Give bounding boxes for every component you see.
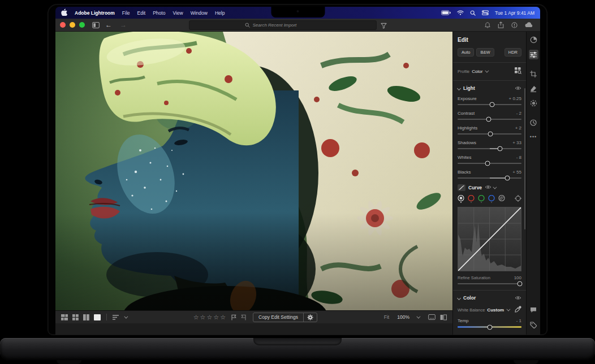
- flag-reject-icon[interactable]: [241, 314, 246, 320]
- refine-saturation-slider[interactable]: Refine Saturation100: [458, 275, 521, 284]
- apple-logo-icon: [61, 8, 67, 16]
- curve-reset-button[interactable]: [515, 195, 521, 203]
- contrast-slider[interactable]: Contrast- 2: [458, 111, 521, 120]
- light-visibility-eye-icon[interactable]: [515, 86, 521, 90]
- keywords-button[interactable]: [529, 320, 538, 330]
- more-tools-button[interactable]: •••: [529, 132, 538, 142]
- detail-view-icon[interactable]: [94, 314, 101, 320]
- notifications-bell-icon[interactable]: [485, 22, 490, 28]
- exposure-knob[interactable]: [490, 102, 495, 107]
- zoom-level-value[interactable]: 100%: [397, 314, 409, 320]
- edit-tool-button[interactable]: [529, 50, 538, 59]
- filmstrip-toggle-icon[interactable]: [428, 314, 436, 320]
- menubar-app-name[interactable]: Adobe Lightroom: [75, 10, 115, 16]
- info-status-icon[interactable]: [511, 22, 518, 28]
- search-input[interactable]: [253, 23, 321, 28]
- whites-knob[interactable]: [485, 161, 490, 166]
- copy-edit-settings-button[interactable]: Copy Edit Settings: [253, 313, 303, 322]
- back-button[interactable]: ←: [105, 21, 112, 28]
- luminance-channel-icon[interactable]: [458, 195, 464, 203]
- hdr-button[interactable]: HDR: [505, 48, 521, 57]
- photos-panel-toggle[interactable]: [92, 22, 100, 28]
- curve-tool-button[interactable]: [458, 184, 465, 191]
- shadows-knob[interactable]: [497, 146, 502, 151]
- exposure-slider[interactable]: Exposure+ 0.25: [458, 96, 521, 105]
- flag-pick-icon[interactable]: [231, 314, 236, 320]
- blacks-label: Blacks: [458, 170, 471, 175]
- two-up-view-icon[interactable]: [83, 314, 89, 320]
- menu-edit[interactable]: Edit: [137, 10, 146, 16]
- zoom-chevron-icon[interactable]: [416, 314, 420, 318]
- green-channel-icon[interactable]: [478, 195, 485, 203]
- white-balance-dropdown[interactable]: Custom: [487, 307, 504, 313]
- minimize-window-button[interactable]: [70, 22, 75, 28]
- menubar-clock[interactable]: Tue 1 Apr 9:41 AM: [495, 10, 534, 16]
- red-channel-icon[interactable]: [468, 195, 475, 203]
- shadows-slider[interactable]: Shadows+ 33: [458, 140, 521, 149]
- share-icon[interactable]: [498, 21, 504, 28]
- light-section-header[interactable]: Light: [458, 85, 521, 91]
- contrast-knob[interactable]: [486, 117, 491, 122]
- blacks-slider[interactable]: Blacks+ 55: [458, 170, 521, 179]
- masking-tool-button[interactable]: [529, 98, 538, 108]
- sort-icon[interactable]: [113, 315, 119, 320]
- filter-button[interactable]: [381, 21, 387, 31]
- profile-browser-button[interactable]: [515, 67, 521, 75]
- curve-visibility-eye-icon[interactable]: [485, 185, 491, 189]
- spotlight-search-icon[interactable]: [470, 10, 476, 16]
- profile-value-dropdown[interactable]: Color: [472, 69, 482, 74]
- tone-curve-histogram[interactable]: [458, 207, 521, 271]
- presets-button[interactable]: [529, 35, 538, 45]
- light-collapse-chevron-icon[interactable]: [457, 86, 461, 90]
- battery-icon[interactable]: [441, 10, 451, 15]
- white-balance-eyedropper-button[interactable]: [515, 306, 521, 314]
- histogram-chart: [458, 207, 521, 271]
- color-section-header[interactable]: Color: [458, 295, 521, 301]
- healing-tool-button[interactable]: [529, 84, 538, 93]
- temp-knob[interactable]: [487, 324, 492, 330]
- bw-button[interactable]: B&W: [476, 48, 494, 57]
- curve-section-header[interactable]: Curve: [458, 184, 521, 191]
- highlights-knob[interactable]: [488, 132, 493, 137]
- white-balance-chevron-icon[interactable]: [507, 307, 511, 311]
- apple-menu[interactable]: [61, 8, 67, 17]
- auto-button[interactable]: Auto: [458, 48, 474, 57]
- photo-grid-view-icon[interactable]: [61, 314, 68, 320]
- square-grid-view-icon[interactable]: [72, 314, 79, 320]
- crop-tool-button[interactable]: [529, 69, 538, 79]
- blue-channel-icon[interactable]: [488, 195, 495, 203]
- control-center-icon[interactable]: [482, 10, 489, 15]
- fit-label[interactable]: Fit: [384, 314, 389, 320]
- color-visibility-eye-icon[interactable]: [515, 296, 521, 300]
- blacks-knob[interactable]: [505, 176, 510, 181]
- temp-slider[interactable]: Temp- 1: [458, 318, 521, 328]
- edit-panel: Edit Auto B&W HDR Profile Color: [452, 32, 526, 335]
- sort-chevron-icon[interactable]: [124, 314, 128, 318]
- menu-file[interactable]: File: [122, 10, 130, 16]
- color-collapse-chevron-icon[interactable]: [457, 296, 461, 300]
- refine-saturation-knob[interactable]: [517, 281, 522, 287]
- star-rating[interactable]: ☆☆☆☆☆: [193, 314, 227, 320]
- search-bar[interactable]: [189, 20, 377, 30]
- profile-chevron-icon[interactable]: [485, 68, 489, 72]
- activity-comments-button[interactable]: [529, 305, 538, 315]
- settings-gear-button[interactable]: [304, 314, 317, 320]
- portrait-photo[interactable]: [55, 32, 452, 310]
- parametric-channel-icon[interactable]: [498, 195, 505, 203]
- highlights-slider[interactable]: Highlights+ 2: [458, 125, 521, 135]
- zoom-window-button[interactable]: [79, 22, 85, 28]
- versions-button[interactable]: [529, 118, 538, 127]
- panel-scrollbar[interactable]: [524, 88, 525, 229]
- menu-help[interactable]: Help: [215, 10, 225, 16]
- menu-photo[interactable]: Photo: [153, 10, 165, 16]
- menu-window[interactable]: Window: [191, 10, 208, 16]
- close-window-button[interactable]: [60, 22, 66, 28]
- before-after-icon[interactable]: [440, 314, 447, 320]
- gear-icon: [307, 314, 313, 320]
- whites-slider[interactable]: Whites- 8: [458, 155, 521, 164]
- cloud-sync-icon[interactable]: [525, 22, 533, 28]
- menu-view[interactable]: View: [173, 10, 183, 16]
- curve-collapse-chevron-icon[interactable]: [493, 185, 497, 189]
- tint-slider[interactable]: Tint- 2: [458, 333, 521, 335]
- wifi-icon[interactable]: [457, 10, 464, 15]
